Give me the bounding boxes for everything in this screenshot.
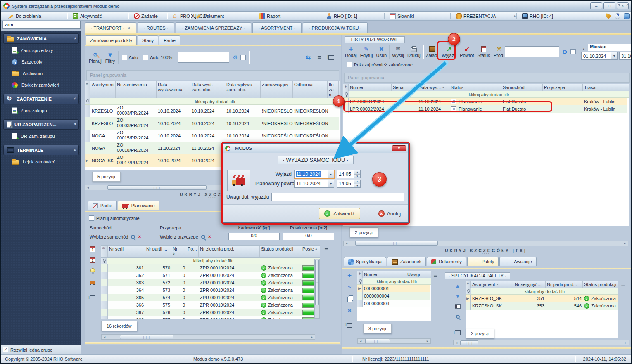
sidebar-search-input[interactable]: [2, 21, 81, 29]
table-row[interactable]: ▶KRZESŁO_SK351544✓Zakończona: [466, 295, 618, 302]
column-list-icon[interactable]: ≣: [317, 54, 322, 61]
column-header[interactable]: Numer: [349, 84, 392, 91]
column-header[interactable]: Nr zamówienia: [116, 81, 157, 98]
spinner-up-icon[interactable]: ▲: [354, 170, 360, 175]
paint-icon[interactable]: [606, 13, 611, 19]
dropdown-arrow-icon[interactable]: ▼: [328, 180, 334, 187]
planning-tab-planowanie[interactable]: Planowanie: [118, 201, 159, 210]
dropdown-arrow-icon[interactable]: ▼: [328, 170, 334, 178]
column-header[interactable]: Status produkcji: [260, 246, 301, 257]
right-group-panel[interactable]: Panel grupowania: [344, 73, 630, 83]
refresh-icon[interactable]: ⇆: [306, 54, 311, 61]
table-row[interactable]: KRZESŁO_SK353546✓Zakończona: [466, 302, 618, 310]
toolbar-button-edytuj[interactable]: ✎Edytuj: [359, 45, 375, 59]
minimize-button[interactable]: –: [590, 2, 602, 9]
sidebar-item-zam.-zakupu[interactable]: Zam. zakupu: [1, 105, 81, 116]
sidebar-group-zam-wienia[interactable]: ZAMÓWIENIA»: [3, 33, 79, 44]
tab-dropdown-icon[interactable]: ▼: [617, 2, 621, 7]
car-search-icon[interactable]: [131, 235, 135, 239]
trailer-search-icon[interactable]: [201, 235, 205, 239]
move-down-icon[interactable]: ▼: [454, 293, 461, 299]
edit-palette-icon[interactable]: ✎: [346, 284, 353, 291]
menu-item-zadanie[interactable]: Zadanie: [132, 12, 159, 21]
expand-one-group-checkbox[interactable]: ✓: [3, 347, 8, 352]
table-row[interactable]: 3655740ZPR 00010/2024✓Zakończona1: [101, 294, 320, 301]
toolbar-button-wyślij[interactable]: ✉Wyślij: [390, 45, 406, 59]
spinner-up-icon[interactable]: ▲: [354, 180, 360, 184]
table-row[interactable]: ▶LPR 00001/202411.10.2024PlanowanieFiat …: [343, 98, 629, 105]
filter-row[interactable]: kliknij aby dodać filtr: [101, 258, 320, 264]
tab-asortyment[interactable]: · ASORTYMENT ·: [252, 22, 302, 33]
show-completed-checkbox[interactable]: [347, 62, 352, 67]
date-to-combo[interactable]: 31.10: [619, 52, 632, 60]
sidebar-group-ur-zaopatrzen-[interactable]: UR ZAOPATRZEN...»: [3, 119, 79, 130]
spec-zoom-icon[interactable]: [454, 313, 461, 320]
auto-plan-checkbox[interactable]: [89, 215, 94, 221]
car-selector[interactable]: Wybierz samochód ×: [90, 234, 141, 240]
column-header[interactable]: Postęp ▲: [301, 246, 319, 257]
dropdown-arrow-icon[interactable]: ▼: [611, 52, 617, 59]
detail-tab-dokumenty[interactable]: Dokumenty: [427, 257, 466, 266]
detail-tab-specyfikacja[interactable]: Specyfikacja: [344, 257, 386, 266]
filter-row[interactable]: kliknij aby dodać filtr: [343, 91, 629, 98]
column-header[interactable]: Nr partii prod...: [546, 281, 583, 288]
move-up-icon[interactable]: ▲: [454, 282, 461, 289]
spec-palety-header[interactable]: · SPECYFIKACJA PALETY ·: [445, 272, 510, 279]
toolbar-button-wyjazd[interactable]: ↗Wyjazd: [440, 45, 458, 59]
toolbar-button-dodaj[interactable]: +Dodaj: [343, 45, 359, 59]
barcode-icon[interactable]: [454, 303, 461, 310]
column-header[interactable]: Przyczepa: [543, 84, 583, 91]
calendar-day2-icon[interactable]: 1: [89, 257, 96, 263]
series-hscrollbar[interactable]: ◄ ❘❘❘ ►: [101, 334, 315, 340]
uwagi-input[interactable]: [271, 193, 404, 201]
sidebar-item-archiwum[interactable]: Archiwum: [1, 68, 81, 79]
palety-select-column-icon[interactable]: [346, 322, 353, 329]
filter-row[interactable]: kliknij aby dodać filtr: [85, 98, 340, 105]
sidebar-group-terminale[interactable]: TERMINALE»: [3, 145, 79, 155]
help-icon[interactable]: [615, 13, 620, 19]
bottom-splitter-dots[interactable]: ····: [85, 344, 340, 346]
right-bottom-splitter-dots[interactable]: ····: [342, 349, 632, 351]
detail-tab-awizacje[interactable]: Awizacje: [499, 257, 536, 266]
scroll-right-icon[interactable]: ►: [622, 242, 628, 245]
scroll-right-icon[interactable]: ►: [425, 340, 430, 343]
menu-item-s-owniki[interactable]: Słowniki: [388, 12, 416, 21]
add-palette-icon[interactable]: +: [346, 272, 353, 279]
column-header[interactable]: Nr partii ...: [145, 246, 171, 257]
sidebar-item-szczegóły[interactable]: Szczegóły: [1, 56, 81, 68]
menu-item-dokument[interactable]: Dokument: [194, 12, 226, 21]
table-row[interactable]: 3625710ZPR 00010/2024✓Zakończona1: [101, 272, 320, 279]
sidebar-item-zam.-sprzedaży[interactable]: Zam. sprzedaży: [1, 45, 81, 56]
spec-hscrollbar[interactable]: ◄ ❘❘❘ ►: [453, 340, 629, 345]
menu-item-raport[interactable]: Raport: [258, 12, 282, 21]
calendar-day-icon[interactable]: 1: [89, 246, 96, 253]
collapse-chevron-icon[interactable]: »: [72, 123, 77, 125]
filtry-button[interactable]: ▼ Filtry: [103, 51, 117, 64]
table-row[interactable]: 3635720ZPR 00010/2024✓Zakończona1: [101, 279, 320, 286]
toolbar-button-status[interactable]: Status: [476, 45, 492, 59]
spinner-down-icon[interactable]: ▼: [354, 184, 360, 188]
column-header[interactable]: Data wyst. zam. obc.: [190, 81, 225, 98]
planuj-button[interactable]: ⚙ Planuj: [87, 51, 103, 64]
zatwierdz-button[interactable]: ✓ Zatwierdź: [319, 208, 360, 219]
column-header[interactable]: Samochód: [501, 84, 543, 91]
left-search-input[interactable]: [178, 52, 229, 63]
sidebar-item-etykiety-zamówień[interactable]: Etykiety zamówień: [1, 79, 81, 91]
auto100-checkbox[interactable]: [143, 55, 148, 60]
subtab-zamówione-produkty[interactable]: Zamówione produkty: [86, 35, 137, 45]
menu-item-rho-id-1-[interactable]: RHO [ID: 1]: [325, 12, 359, 21]
scroll-left-icon[interactable]: ◄: [358, 340, 364, 343]
column-header[interactable]: Data wys...▲: [417, 84, 449, 91]
column-header[interactable]: Nr seryjny/ ...: [513, 281, 546, 288]
table-row[interactable]: LPR 00002/202411.10.2024PlanowanieFiat D…: [343, 105, 629, 113]
forklift-icon[interactable]: [89, 278, 96, 285]
date-from-combo[interactable]: 01.10.2024 ▼: [581, 52, 618, 60]
period-label[interactable]: Miesiąc: [588, 44, 632, 51]
table-row[interactable]: 0000000008: [357, 300, 431, 307]
menu-item-aktywno-[interactable]: Aktywność: [71, 12, 104, 21]
scroll-right-icon[interactable]: ►: [309, 336, 315, 338]
toolbar-button-powrót[interactable]: ↙Powrót: [458, 45, 475, 59]
scroll-left-icon[interactable]: ◄: [454, 341, 459, 344]
left-option-checkbox[interactable]: [240, 55, 246, 60]
menu-item-do-zrobienia[interactable]: Do zrobienia: [7, 12, 43, 21]
